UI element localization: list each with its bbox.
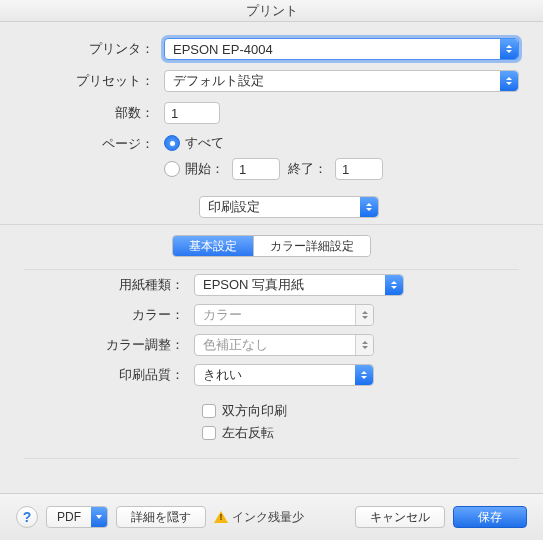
tab-basic[interactable]: 基本設定 (173, 236, 253, 256)
mirror-label: 左右反転 (222, 424, 274, 442)
papertype-value: EPSON 写真用紙 (203, 276, 304, 294)
printer-label: プリンタ： (24, 40, 164, 58)
ink-low-warning: インク残量少 (214, 509, 304, 526)
warning-icon (214, 511, 228, 523)
pages-to-input[interactable] (335, 158, 383, 180)
pages-label: ページ： (24, 134, 164, 153)
color-select[interactable]: カラー (194, 304, 374, 326)
pages-all-label: すべて (185, 134, 224, 152)
chevron-updown-icon (360, 197, 378, 217)
chevron-updown-icon (355, 305, 373, 325)
chevron-down-icon (91, 507, 107, 527)
ink-low-text: インク残量少 (232, 509, 304, 526)
pdf-label: PDF (47, 510, 91, 524)
preset-label: プリセット： (24, 72, 164, 90)
quality-select[interactable]: きれい (194, 364, 374, 386)
color-label: カラー： (24, 306, 194, 324)
tab-color-advanced[interactable]: カラー詳細設定 (253, 236, 370, 256)
copies-label: 部数： (24, 104, 164, 122)
help-button[interactable]: ? (16, 506, 38, 528)
pdf-menu-button[interactable]: PDF (46, 506, 108, 528)
quality-label: 印刷品質： (24, 366, 194, 384)
pages-to-label: 終了： (288, 160, 327, 178)
bidirectional-checkbox[interactable] (202, 404, 216, 418)
basic-settings: 用紙種類： EPSON 写真用紙 カラー： カラー カラー調整： (24, 269, 519, 459)
hide-details-button[interactable]: 詳細を隠す (116, 506, 206, 528)
coloradjust-label: カラー調整： (24, 336, 194, 354)
section-select[interactable]: 印刷設定 (199, 196, 379, 218)
window-title: プリント (0, 0, 543, 22)
preset-value: デフォルト設定 (173, 72, 264, 90)
print-settings-panel: 基本設定 カラー詳細設定 用紙種類： EPSON 写真用紙 カラー： カラー (0, 224, 543, 459)
mirror-checkbox[interactable] (202, 426, 216, 440)
copies-input[interactable] (164, 102, 220, 124)
coloradjust-select[interactable]: 色補正なし (194, 334, 374, 356)
pages-from-input[interactable] (232, 158, 280, 180)
color-value: カラー (203, 306, 242, 324)
chevron-updown-icon (500, 71, 518, 91)
preset-select[interactable]: デフォルト設定 (164, 70, 519, 92)
coloradjust-value: 色補正なし (203, 336, 268, 354)
dialog-content: プリンタ： EPSON EP-4004 プリセット： デフォルト設定 部数： ペ… (0, 22, 543, 493)
papertype-label: 用紙種類： (24, 276, 194, 294)
papertype-select[interactable]: EPSON 写真用紙 (194, 274, 404, 296)
pages-range-radio[interactable] (164, 161, 180, 177)
chevron-updown-icon (500, 39, 518, 59)
pages-all-radio[interactable] (164, 135, 180, 151)
chevron-updown-icon (385, 275, 403, 295)
quality-value: きれい (203, 366, 242, 384)
chevron-updown-icon (355, 365, 373, 385)
pages-from-label: 開始： (185, 160, 224, 178)
chevron-updown-icon (355, 335, 373, 355)
print-dialog: プリント プリンタ： EPSON EP-4004 プリセット： デフォルト設定 … (0, 0, 543, 540)
bidirectional-label: 双方向印刷 (222, 402, 287, 420)
printer-value: EPSON EP-4004 (173, 42, 273, 57)
settings-tabs: 基本設定 カラー詳細設定 (172, 235, 371, 257)
cancel-button[interactable]: キャンセル (355, 506, 445, 528)
printer-select[interactable]: EPSON EP-4004 (164, 38, 519, 60)
section-value: 印刷設定 (208, 198, 260, 216)
dialog-footer: ? PDF 詳細を隠す インク残量少 キャンセル 保存 (0, 493, 543, 540)
save-button[interactable]: 保存 (453, 506, 527, 528)
